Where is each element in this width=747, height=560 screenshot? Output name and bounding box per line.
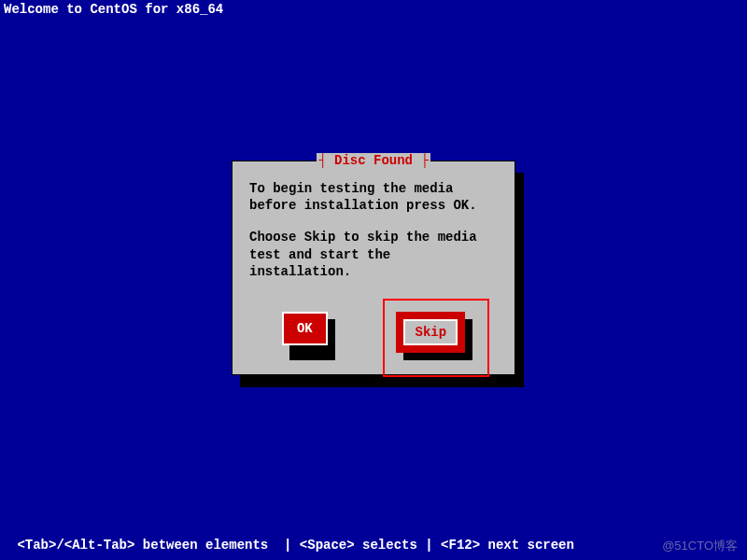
skip-button-label: Skip bbox=[415, 325, 446, 340]
ok-button[interactable]: OK bbox=[282, 312, 328, 345]
watermark: @51CTO博客 bbox=[662, 538, 738, 554]
welcome-header: Welcome to CentOS for x86_64 bbox=[4, 2, 223, 17]
dialog-title: ┤ Disc Found ├ bbox=[317, 153, 430, 168]
ok-button-label: OK bbox=[297, 321, 313, 336]
footer-hints: <Tab>/<Alt-Tab> between elements | <Spac… bbox=[9, 538, 574, 553]
dialog-body: To begin testing the media before instal… bbox=[233, 161, 514, 308]
disc-found-dialog: ┤ Disc Found ├ To begin testing the medi… bbox=[232, 161, 515, 375]
dialog-message-1: To begin testing the media before instal… bbox=[249, 180, 498, 214]
dialog-message-2: Choose Skip to skip the media test and s… bbox=[249, 229, 498, 280]
skip-button[interactable]: Skip bbox=[396, 312, 465, 353]
